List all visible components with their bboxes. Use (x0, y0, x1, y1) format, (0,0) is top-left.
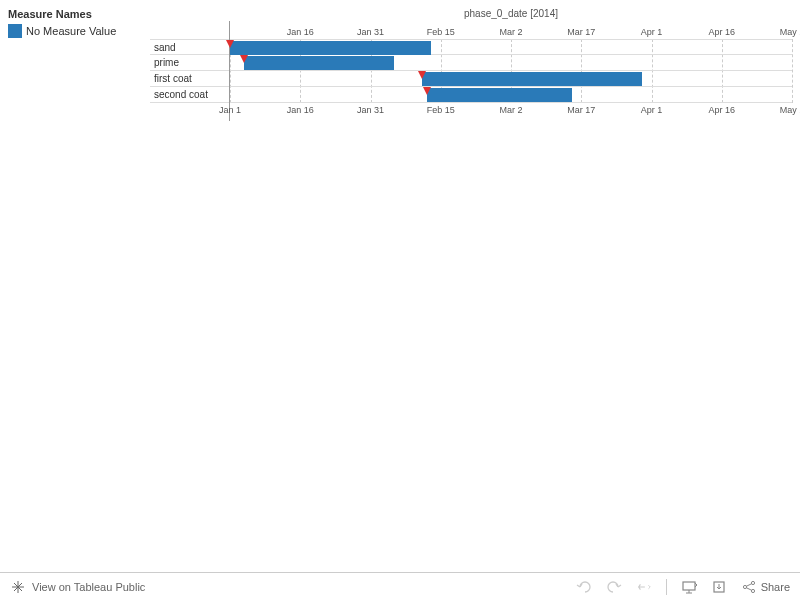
tableau-logo-icon (10, 579, 26, 595)
x-tick: Jan 16 (287, 105, 314, 115)
x-tick: Apr 1 (641, 105, 663, 115)
share-icon (741, 579, 757, 595)
x-tick: Apr 16 (708, 105, 735, 115)
undo-icon[interactable] (576, 579, 592, 595)
gantt-bar[interactable] (427, 88, 572, 102)
chart-row[interactable] (230, 39, 792, 55)
gantt-bar[interactable] (422, 72, 642, 86)
view-label: View on Tableau Public (32, 581, 145, 593)
x-tick: Jan 16 (287, 27, 314, 37)
x-tick: Mar 2 (499, 105, 522, 115)
marker-icon (418, 71, 426, 79)
chart-rows (230, 39, 792, 103)
chart-area: phase_0_date [2014] sand prime first coa… (150, 0, 800, 129)
marker-icon (240, 55, 248, 63)
toolbar: View on Tableau Public Share (0, 572, 800, 600)
x-tick: Mar 2 (499, 27, 522, 37)
toolbar-divider (666, 579, 667, 595)
x-tick: Jan 1 (219, 105, 241, 115)
y-label[interactable]: sand (150, 39, 229, 55)
redo-icon[interactable] (606, 579, 622, 595)
legend-item-label: No Measure Value (26, 25, 116, 37)
x-tick: Apr 1 (641, 27, 663, 37)
legend-item[interactable]: No Measure Value (8, 24, 142, 38)
x-tick: May 1 (780, 105, 800, 115)
svg-line-13 (746, 587, 751, 590)
x-tick: Mar 17 (567, 27, 595, 37)
svg-rect-4 (683, 582, 695, 590)
marker-icon (423, 87, 431, 95)
view-on-tableau-link[interactable]: View on Tableau Public (10, 579, 145, 595)
y-label[interactable]: first coat (150, 71, 229, 87)
gantt-bar[interactable] (244, 56, 394, 70)
x-axis-title: phase_0_date [2014] (230, 8, 792, 19)
share-label: Share (761, 581, 790, 593)
gantt-bar[interactable] (230, 41, 431, 55)
legend-panel: Measure Names No Measure Value (0, 0, 150, 129)
y-label[interactable]: prime (150, 55, 229, 71)
plot-area[interactable]: Jan 16 Jan 31 Feb 15 Mar 2 Mar 17 Apr 1 … (230, 21, 792, 121)
y-label[interactable]: second coat (150, 87, 229, 103)
x-tick: Feb 15 (427, 27, 455, 37)
x-tick: Jan 31 (357, 105, 384, 115)
chart-row[interactable] (230, 87, 792, 103)
x-ticks-bottom: Jan 1 Jan 16 Jan 31 Feb 15 Mar 2 Mar 17 … (230, 103, 792, 121)
legend-swatch (8, 24, 22, 38)
x-tick: Mar 17 (567, 105, 595, 115)
x-tick: Feb 15 (427, 105, 455, 115)
share-button[interactable]: Share (741, 579, 790, 595)
x-ticks-top: Jan 16 Jan 31 Feb 15 Mar 2 Mar 17 Apr 1 … (230, 21, 792, 39)
marker-icon (226, 40, 234, 48)
x-tick: Apr 16 (708, 27, 735, 37)
chart-row[interactable] (230, 71, 792, 87)
svg-line-12 (746, 583, 751, 586)
chart-row[interactable] (230, 55, 792, 71)
download-icon[interactable] (711, 579, 727, 595)
revert-icon[interactable] (636, 579, 652, 595)
x-tick: May 1 (780, 27, 800, 37)
x-tick: Jan 31 (357, 27, 384, 37)
legend-title: Measure Names (8, 8, 142, 20)
presentation-icon[interactable] (681, 579, 697, 595)
gantt-chart: sand prime first coat second coat Jan 16… (150, 21, 792, 121)
